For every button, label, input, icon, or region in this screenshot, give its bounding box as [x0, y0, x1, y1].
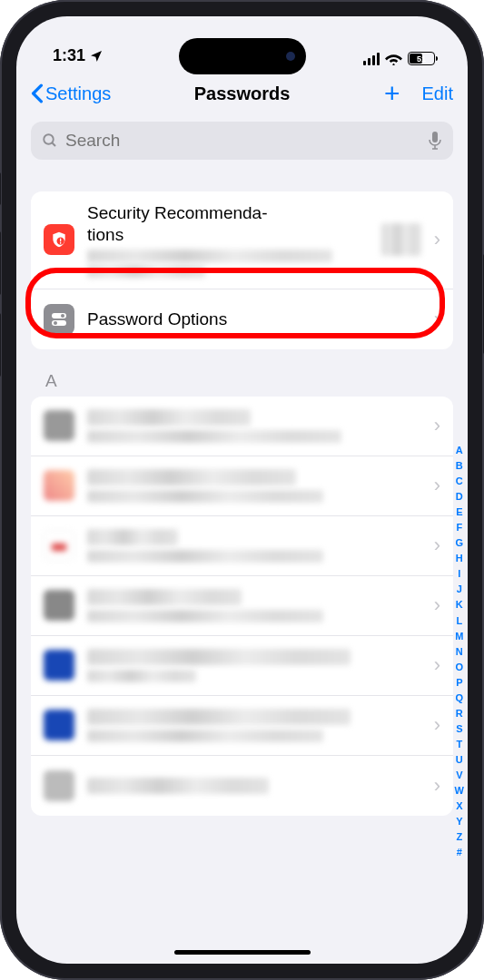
edit-button[interactable]: Edit — [422, 83, 453, 104]
index-bar[interactable]: ABCDEFGHIJKLMNOPQRSTUVWXYZ# — [455, 443, 464, 860]
index-letter[interactable]: S — [456, 721, 462, 737]
index-letter[interactable]: Y — [456, 814, 462, 829]
svg-rect-2 — [432, 132, 438, 142]
row-title: Password Options — [87, 309, 421, 330]
chevron-right-icon: › — [434, 774, 440, 798]
index-letter[interactable]: I — [458, 566, 460, 582]
chevron-right-icon: › — [434, 653, 440, 677]
index-letter[interactable]: K — [456, 597, 463, 612]
index-letter[interactable]: Z — [456, 829, 462, 845]
index-letter[interactable]: P — [456, 675, 462, 691]
password-list-item[interactable]: › — [31, 516, 453, 576]
svg-point-5 — [61, 314, 64, 318]
row-title: Security Recommenda- tions — [87, 202, 369, 246]
password-list-item[interactable]: › — [31, 636, 453, 696]
index-letter[interactable]: T — [456, 737, 462, 752]
status-time: 1:31 — [53, 46, 85, 65]
page-title: Passwords — [194, 83, 291, 104]
index-letter[interactable]: R — [456, 706, 463, 721]
index-letter[interactable]: B — [456, 458, 463, 474]
navigation-bar: Settings Passwords + Edit — [16, 71, 468, 116]
index-letter[interactable]: G — [456, 535, 464, 551]
index-letter[interactable]: H — [456, 551, 463, 566]
index-letter[interactable]: Q — [456, 691, 464, 706]
battery-icon: 51 — [408, 52, 435, 65]
add-button[interactable]: + — [384, 78, 400, 109]
svg-point-0 — [44, 134, 54, 144]
chevron-right-icon: › — [434, 474, 440, 497]
index-letter[interactable]: V — [456, 768, 462, 783]
index-letter[interactable]: # — [457, 845, 462, 860]
search-input[interactable] — [65, 131, 420, 151]
chevron-right-icon: › — [434, 593, 440, 617]
index-letter[interactable]: U — [456, 752, 463, 768]
password-list-item[interactable]: › — [31, 696, 453, 756]
cellular-signal-icon — [363, 53, 380, 65]
password-options-row[interactable]: Password Options › — [31, 289, 453, 349]
chevron-right-icon: › — [434, 414, 440, 437]
chevron-right-icon: › — [434, 713, 440, 737]
security-recommendations-row[interactable]: Security Recommenda- tions › — [31, 191, 453, 289]
search-bar[interactable] — [31, 122, 453, 160]
back-label: Settings — [45, 83, 111, 104]
password-list-item[interactable]: › — [31, 456, 453, 516]
index-letter[interactable]: D — [456, 489, 463, 505]
chevron-right-icon: › — [434, 228, 440, 251]
chevron-right-icon: › — [434, 534, 440, 557]
index-letter[interactable]: O — [456, 660, 464, 675]
index-letter[interactable]: E — [456, 505, 462, 520]
index-letter[interactable]: F — [456, 520, 462, 535]
options-icon — [44, 304, 74, 335]
mic-icon[interactable] — [428, 131, 442, 151]
chevron-left-icon — [31, 83, 44, 103]
index-letter[interactable]: X — [456, 799, 462, 814]
password-list-item[interactable]: › — [31, 576, 453, 636]
index-letter[interactable]: J — [457, 582, 462, 597]
index-letter[interactable]: W — [455, 783, 464, 799]
index-letter[interactable]: N — [456, 644, 463, 660]
password-list-item[interactable]: › — [31, 756, 453, 816]
index-letter[interactable]: C — [456, 474, 463, 489]
location-icon — [89, 49, 104, 64]
search-icon — [42, 132, 58, 149]
back-button[interactable]: Settings — [31, 83, 111, 104]
home-indicator[interactable] — [174, 950, 311, 955]
index-letter[interactable]: A — [456, 443, 463, 458]
wifi-icon — [385, 53, 402, 65]
security-icon — [44, 224, 74, 255]
password-list-item[interactable]: › — [31, 397, 453, 456]
chevron-right-icon: › — [434, 308, 440, 331]
index-letter[interactable]: L — [456, 613, 462, 629]
svg-line-1 — [52, 142, 55, 146]
index-letter[interactable]: M — [455, 629, 463, 644]
section-header-a: A — [45, 371, 439, 391]
svg-point-7 — [54, 321, 57, 325]
